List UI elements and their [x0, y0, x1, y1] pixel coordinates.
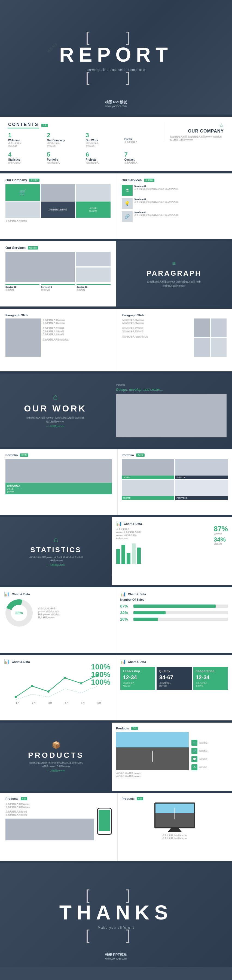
para-right-col: Paragraph Slide 点击此处输入柚yomoer点击此处输入柚yomo… — [116, 309, 232, 371]
label-6: Projects — [86, 158, 121, 161]
para-left-content: 点击此处输入柚yomoer点击此处输入柚yomoer 点击此处输入您的内容点击此… — [5, 318, 110, 357]
desc-break: 点击此处输入 — [125, 141, 160, 144]
phone-screen — [99, 810, 110, 831]
products-cover-title: PRODUCTS — [28, 751, 84, 760]
hbar-fill-1 — [133, 605, 216, 608]
slide-paragraph-pair: Paragraph Slide 点击此处输入柚yomoer点击此处输入柚yomo… — [0, 309, 232, 371]
portfolio-right-title: Portfolio — [122, 453, 134, 457]
divider-7 — [0, 515, 232, 517]
service-photo-bottom — [76, 267, 110, 282]
contents-header: CONTENTS 目录 — [8, 122, 160, 129]
chart-pie-content: 23% 点击此处输入柚墨yomoer 点击此处输入柚墨 yomoer 点击此处输… — [4, 598, 112, 628]
chart-pie-col: 📊 Chart & Data 23% 点击此处输入柚墨yomoer 点击此处输入… — [0, 587, 116, 653]
bar-fill-4 — [132, 543, 136, 564]
svg-text:4月: 4月 — [65, 702, 69, 704]
thanks-url: www.yomoer.com — [105, 957, 127, 960]
svc-2: Service 02 点击此处 — [41, 284, 75, 291]
products-road-area: 点击此处输入柚墨yomoer点击此处输入柚墨yomoer — [116, 732, 189, 778]
bar-4 — [132, 543, 136, 564]
company-green-text: 点击此处输入内容 — [88, 206, 98, 213]
contents-left: CONTENTS 目录 1 Welcome 点击此处输入您的内容 2 Our C… — [8, 122, 160, 164]
slide-stats-chart: ⌂ STATISTICS 点击此处输入柚墨yomoer 点击此处输入柚墨 点击此… — [0, 517, 232, 585]
slide-our-work: ⌂ OUR WORK 点击此处输入柚墨yomoer 点击此处输入柚墨 点击此处输… — [0, 374, 232, 447]
para-left-col: Paragraph Slide 点击此处输入柚yomoer点击此处输入柚yomo… — [0, 309, 116, 371]
chart-sales-icon: 📊 — [120, 592, 126, 597]
chart-sales-col: 📊 Chart & Data Number Of Sales 87% 34% 2… — [116, 587, 232, 653]
company-cell-img3 — [5, 202, 40, 218]
paragraph-title: PARAGRAPH — [147, 269, 202, 278]
contents-item-7: 7 Contact 点击此处输入 — [125, 151, 160, 164]
svc-2-label: Service 02 — [41, 286, 75, 288]
p-icon-text-2: 点击此处 — [199, 749, 207, 752]
para-grid-4 — [211, 338, 227, 357]
chart-line-icon: 📊 — [4, 659, 9, 664]
company-dark-text: 点击此处输入您的内容 — [49, 208, 68, 211]
services-full-title: Our Services — [5, 246, 25, 250]
portfolio-right-tag: 作品集 — [136, 453, 145, 457]
our-work-desc: 点击此处输入柚墨yomoer 点击此处输入柚墨 点击此处输入柚墨yomoer — [25, 416, 85, 424]
leadership-num: 12-34 — [123, 675, 153, 681]
service-photo-main — [5, 252, 75, 282]
service-content-3: Service 03 点击此处输入您的内容点击此处输入您的内容 — [134, 211, 178, 217]
service-icon-2: 💡 — [122, 198, 133, 209]
label-5: Portfolio — [47, 158, 82, 161]
company-slide-title: Our Company — [5, 178, 27, 182]
services-full-left: Our Services 服务项目 Service 01 点击此处 Servic… — [0, 241, 116, 307]
bar-3 — [126, 553, 131, 564]
chart-icon: 📊 — [116, 521, 122, 526]
products-cover-desc: 点击此处输入柚墨yomoer 点击此处输入柚墨 点击此处输入柚墨yomoer 入… — [29, 761, 83, 768]
hbar-fill-2 — [133, 611, 166, 614]
products-right-title2: Products — [122, 797, 135, 800]
slide-company-services: Our Company 关于我们 🛒 点击此处输入您的内容 点击此处输入内容 点… — [0, 173, 232, 239]
monitor-area — [155, 802, 195, 832]
hbar-row-3: 26% — [120, 617, 228, 621]
donut-chart: 23% — [4, 598, 34, 628]
bar-1 — [116, 549, 120, 564]
svc-3-desc: 点击此处 — [77, 288, 110, 291]
contents-wrapper: CONTENTS 目录 1 Welcome 点击此处输入您的内容 2 Our C… — [8, 122, 224, 164]
svg-text:2月: 2月 — [32, 702, 36, 704]
number-of-sales: Number Of Sales — [120, 598, 228, 601]
cooperation-num: 12-34 — [196, 675, 226, 681]
desc-6: 点击此处输入 — [86, 161, 121, 164]
chart-title: Chart & Data — [124, 522, 142, 525]
service-content-1: Service 01 点击此处输入您的内容点击此处输入您的内容 — [134, 185, 178, 191]
thanks-brand: 柚墨 PPT模板 — [105, 952, 127, 957]
desc-5: 点击此处输入 — [47, 161, 82, 164]
our-work-left: ⌂ OUR WORK 点击此处输入柚墨yomoer 点击此处输入柚墨 点击此处输… — [0, 374, 110, 447]
quality-label: Quality — [159, 670, 189, 673]
desc-3: 点击此处输入您的内容 — [86, 142, 121, 148]
num-5: 5 — [47, 151, 82, 158]
label-7: Contact — [125, 158, 160, 161]
products-left-more: 点击此处输入您的内容点击此处输入您的内容 — [5, 810, 94, 816]
para-text-2: 点击此处输入您的内容点击此处输入您的内容点击此处输入您的内容 — [43, 327, 110, 336]
num-7: 7 — [125, 151, 160, 158]
bar-fill-1 — [116, 549, 120, 564]
paragraph-icon: ≡ — [172, 260, 176, 267]
phone-area — [97, 802, 112, 840]
divider-4 — [0, 307, 232, 309]
bar-2 — [122, 545, 125, 564]
label-break: Break — [125, 138, 160, 141]
products-right-tag2: 产品 — [137, 797, 143, 800]
products-monitor-desc: 点击此处输入柚墨Yomoer点击此处输入柚墨Yomoer — [162, 834, 187, 840]
bar-5 — [137, 547, 141, 564]
cover-url: www.yomoer.com — [105, 105, 127, 108]
num-1: 1 — [8, 132, 44, 139]
p-icon-box-4: ⚙ — [191, 764, 197, 770]
desc-4: 点击此处输入 — [8, 161, 44, 164]
cooperation-item: Cooperation 12-34 点击此处输入您的内容 — [193, 667, 228, 690]
label-2: Our Company — [47, 139, 82, 142]
leadership-items: Leadership 12-34 点击此处输入您的内容 Quality 34-6… — [120, 667, 228, 690]
divider-8 — [0, 585, 232, 587]
services-full-header: Our Services 服务项目 — [5, 246, 110, 250]
h-bars: 87% 34% 26% — [120, 604, 228, 621]
services-title: Our Services — [122, 178, 142, 182]
stat-34-label: yomoer — [214, 542, 228, 546]
services-list: ⚗ Service 01 点击此处输入您的内容点击此处输入您的内容 💡 Serv… — [122, 185, 227, 222]
chart-header: 📊 Chart & Data — [116, 521, 228, 526]
portfolio-left-title: Portfolio — [5, 453, 18, 457]
portfolio-left-col: Portfolio 作品集 点击此处输入 入柚墨yomoer — [0, 449, 118, 515]
chart-sales-header: 📊 Chart & Data — [120, 592, 228, 597]
svc-3: Service 03 点击此处 — [77, 284, 110, 291]
